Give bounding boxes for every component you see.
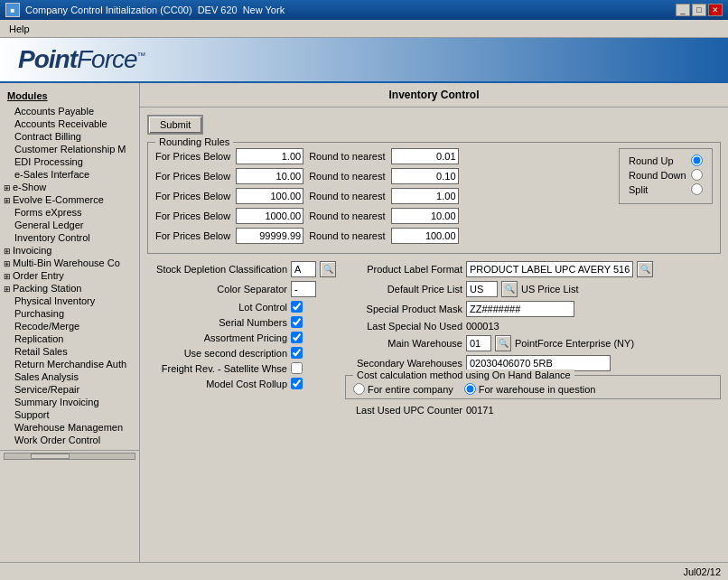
cost-warehouse-radio[interactable]: [464, 383, 476, 395]
special-product-mask-input[interactable]: [466, 301, 574, 317]
rounding-nearest-input-4[interactable]: [391, 228, 459, 244]
cost-warehouse-label: For warehouse in question: [479, 384, 596, 395]
cost-entire-company-radio[interactable]: [353, 383, 365, 395]
sidebar-item[interactable]: ⊞Multi-Bin Warehouse Co: [0, 257, 139, 269]
sidebar-item[interactable]: Support: [0, 408, 139, 421]
sidebar-item[interactable]: Summary Invoicing: [0, 396, 139, 408]
for-prices-below-label: For Prices Below: [155, 171, 230, 182]
maximize-button[interactable]: □: [692, 4, 706, 16]
logo: PointForce™: [18, 45, 145, 74]
rounding-nearest-input-0[interactable]: [391, 148, 459, 164]
rounding-below-input-2[interactable]: [236, 188, 303, 204]
sidebar-item[interactable]: Accounts Payable: [0, 105, 139, 117]
product-label-format-lookup[interactable]: 🔍: [637, 261, 653, 277]
sidebar-item[interactable]: Accounts Receivable: [0, 117, 139, 130]
menu-bar: Help: [0, 20, 728, 38]
color-separator-input[interactable]: [291, 281, 316, 297]
lot-control-checkbox[interactable]: [291, 301, 303, 313]
rounding-nearest-input-1[interactable]: [391, 168, 459, 184]
sidebar-item[interactable]: Sales Analysis: [0, 370, 139, 383]
for-prices-below-label: For Prices Below: [155, 210, 230, 221]
title-bar: ■ Company Control Initialization (CC00) …: [0, 0, 728, 20]
default-price-list-lookup[interactable]: 🔍: [501, 281, 518, 297]
rounding-below-input-4[interactable]: [236, 228, 303, 244]
serial-numbers-label: Serial Numbers: [147, 317, 287, 328]
sidebar-item[interactable]: ⊞Evolve E-Commerce: [0, 193, 139, 206]
sidebar-item[interactable]: e-Sales Interface: [0, 168, 139, 181]
product-label-format-label: Product Label Format: [345, 264, 462, 275]
model-cost-rollup-label: Model Cost Rollup: [147, 379, 287, 389]
cost-calc-title: Cost calculation method using On Hand Ba…: [353, 370, 574, 380]
sidebar-item[interactable]: Contract Billing: [0, 130, 139, 143]
sidebar: Modules Accounts PayableAccounts Receiva…: [0, 83, 140, 562]
default-price-list-input[interactable]: [466, 281, 498, 297]
sidebar-item[interactable]: Recode/Merge: [0, 320, 139, 332]
rounding-nearest-input-3[interactable]: [391, 208, 459, 224]
rounding-row: For Prices Below Round to nearest: [155, 208, 610, 224]
secondary-warehouses-label: Secondary Warehouses: [345, 358, 462, 369]
sidebar-item[interactable]: EDI Processing: [0, 155, 139, 168]
sidebar-item[interactable]: ⊞Invoicing: [0, 244, 139, 257]
main-warehouse-label: Main Warehouse: [345, 338, 462, 349]
product-label-format-input[interactable]: [466, 261, 633, 277]
rounding-below-input-0[interactable]: [236, 148, 303, 164]
rounding-radio-group: Round Up Round Down Split: [619, 148, 713, 204]
location-text: New York: [243, 5, 285, 15]
sidebar-item[interactable]: Work Order Control: [0, 434, 139, 446]
round-to-nearest-label: Round to nearest: [309, 151, 385, 162]
minimize-button[interactable]: _: [676, 4, 690, 16]
status-date: Jul02/12: [683, 566, 721, 577]
logo-normal: Force: [77, 45, 137, 73]
sidebar-item[interactable]: Service/Repair: [0, 383, 139, 396]
sidebar-item[interactable]: Replication: [0, 332, 139, 345]
stock-depletion-input[interactable]: [291, 261, 316, 277]
radio-label-2: Split: [629, 184, 687, 195]
rounding-row: For Prices Below Round to nearest: [155, 228, 610, 244]
last-special-no-value: 000013: [466, 321, 499, 332]
model-cost-rollup-checkbox[interactable]: [291, 378, 303, 389]
rounding-below-input-3[interactable]: [236, 208, 303, 224]
rounding-below-input-1[interactable]: [236, 168, 303, 184]
sidebar-item[interactable]: General Ledger: [0, 219, 139, 231]
sidebar-item[interactable]: ⊞Packing Station: [0, 282, 139, 295]
sidebar-item[interactable]: Retail Sales: [0, 345, 139, 358]
assortment-pricing-checkbox[interactable]: [291, 332, 303, 343]
sidebar-item[interactable]: Customer Relationship M: [0, 143, 139, 155]
radio-label-0: Round Up: [629, 155, 687, 166]
sidebar-item[interactable]: Forms eXpress: [0, 206, 139, 219]
menu-help[interactable]: Help: [4, 22, 35, 36]
rounding-radio-2[interactable]: [691, 183, 703, 195]
main-warehouse-lookup[interactable]: 🔍: [495, 335, 511, 351]
stock-depletion-label: Stock Depletion Classification: [147, 264, 287, 275]
rounding-radio-0[interactable]: [691, 154, 703, 166]
rounding-nearest-input-2[interactable]: [391, 188, 459, 204]
serial-numbers-checkbox[interactable]: [291, 316, 303, 328]
radio-label-1: Round Down: [629, 170, 687, 181]
logo-area: PointForce™: [0, 38, 728, 83]
sidebar-item[interactable]: Purchasing: [0, 307, 139, 320]
round-to-nearest-label: Round to nearest: [309, 230, 385, 241]
stock-depletion-lookup[interactable]: 🔍: [320, 261, 336, 277]
rounding-radio-1[interactable]: [691, 169, 703, 181]
sidebar-item[interactable]: ⊞Order Entry: [0, 269, 139, 282]
for-prices-below-label: For Prices Below: [155, 191, 230, 201]
lot-control-label: Lot Control: [147, 302, 287, 313]
sidebar-item[interactable]: Physical Inventory: [0, 295, 139, 307]
sidebar-item[interactable]: Inventory Control: [0, 231, 139, 244]
sidebar-item[interactable]: Warehouse Managemen: [0, 421, 139, 434]
last-special-no-label: Last Special No Used: [345, 321, 462, 332]
main-warehouse-input[interactable]: [466, 335, 491, 351]
rounding-radio-row: Round Up: [629, 154, 703, 166]
use-second-desc-checkbox[interactable]: [291, 347, 303, 359]
freight-rev-checkbox[interactable]: [291, 362, 303, 374]
app-icon: ■: [5, 3, 20, 17]
submit-button[interactable]: Submit: [147, 115, 203, 135]
sidebar-item[interactable]: Return Merchandise Auth: [0, 358, 139, 370]
rounding-radio-row: Round Down: [629, 169, 703, 181]
close-button[interactable]: ✕: [708, 4, 723, 16]
content-area: Inventory Control Submit Rounding Rules …: [140, 83, 728, 562]
freight-rev-label: Freight Rev. - Satellite Whse: [147, 363, 287, 374]
cost-entire-company-label: For entire company: [368, 384, 453, 395]
left-col: Stock Depletion Classification 🔍 Color S…: [147, 261, 336, 419]
sidebar-item[interactable]: ⊞e-Show: [0, 181, 139, 193]
